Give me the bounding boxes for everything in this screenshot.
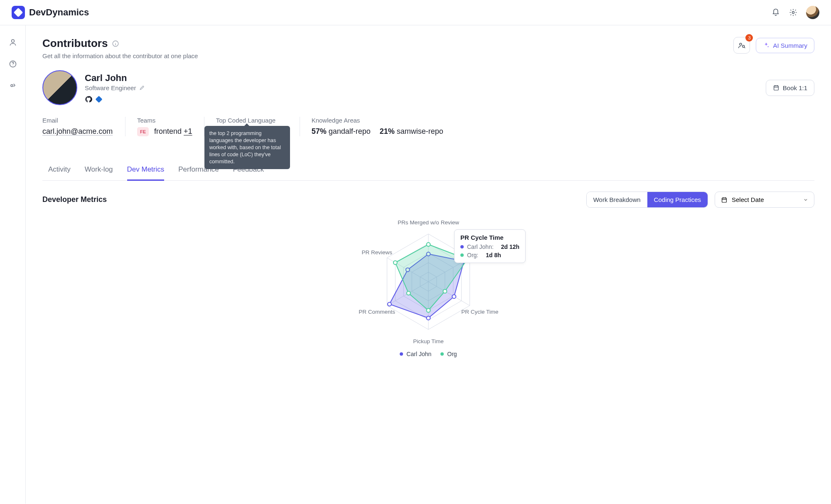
edit-icon[interactable]	[139, 85, 145, 91]
svg-point-22	[427, 243, 430, 246]
team-chip: FE	[137, 127, 149, 136]
page-title: Contributors	[42, 37, 108, 50]
svg-point-6	[740, 43, 742, 45]
svg-point-1	[11, 39, 14, 42]
seg-work-breakdown[interactable]: Work Breakdown	[587, 192, 647, 207]
svg-point-4	[11, 85, 13, 87]
svg-point-20	[388, 302, 391, 306]
topbar-actions	[771, 6, 819, 19]
book-button-label: Book 1:1	[783, 84, 807, 91]
email-value[interactable]: carl.john@acme.com	[42, 127, 113, 136]
people-finder-button[interactable]: 3	[733, 37, 750, 54]
legend-dot-1	[440, 352, 444, 356]
brand-logo-icon	[12, 6, 25, 19]
ai-summary-label: AI Summary	[773, 42, 807, 49]
chart-legend: Carl John Org	[42, 351, 814, 357]
tooltip-row1-value: 1d 8h	[486, 252, 501, 258]
page-subtitle: Get all the information about the contri…	[42, 52, 198, 59]
github-icon[interactable]	[85, 96, 92, 103]
email-label: Email	[42, 117, 113, 124]
help-icon[interactable]	[8, 59, 17, 69]
legend-label-0: Carl John	[406, 351, 431, 357]
person-photo	[42, 70, 77, 105]
tooltip-title: PR Cycle Time	[460, 234, 519, 241]
settings-nav-icon[interactable]	[8, 81, 17, 90]
svg-rect-9	[722, 198, 727, 202]
teams-label: Teams	[137, 117, 192, 124]
svg-point-25	[427, 309, 430, 312]
seg-coding-practices[interactable]: Coding Practices	[647, 192, 708, 207]
knowledge-areas-label: Knowledge Areas	[312, 117, 443, 124]
tab-dev-metrics[interactable]: Dev Metrics	[127, 160, 165, 181]
svg-rect-8	[774, 86, 778, 90]
axis-label-0: PRs Merged w/o Review	[398, 219, 459, 226]
ka1-name: gandalf-repo	[329, 127, 371, 135]
ai-summary-button[interactable]: AI Summary	[756, 38, 814, 53]
svg-point-26	[407, 291, 411, 295]
book-button[interactable]: Book 1:1	[766, 80, 814, 96]
view-segment: Work Breakdown Coding Practices	[586, 192, 708, 208]
topbar: DevDynamics	[0, 0, 831, 25]
tab-activity[interactable]: Activity	[48, 160, 71, 180]
brand-name: DevDynamics	[29, 7, 89, 18]
svg-point-19	[427, 316, 430, 320]
avatar[interactable]	[806, 6, 819, 19]
date-label: Select Date	[732, 196, 764, 203]
axis-label-5: PR Reviews	[361, 249, 392, 255]
chevron-down-icon	[803, 197, 808, 202]
main-content: Contributors Get all the information abo…	[26, 25, 831, 504]
svg-point-24	[443, 290, 447, 293]
person-role: Software Engineer	[85, 84, 136, 91]
axis-label-3: Pickup Time	[413, 338, 444, 344]
lang-tooltip: the top 2 programming languages the deve…	[204, 126, 290, 169]
brand[interactable]: DevDynamics	[12, 6, 89, 19]
legend-dot-0	[400, 352, 403, 356]
tooltip-row1-label: Org:	[467, 252, 478, 258]
tab-work-log[interactable]: Work-log	[85, 160, 113, 180]
tooltip-row0-value: 2d 12h	[501, 243, 519, 250]
gear-icon[interactable]	[789, 8, 798, 17]
tabs: Activity Work-log Dev Metrics Performanc…	[42, 160, 814, 181]
axis-label-2: PR Cycle Time	[461, 308, 498, 315]
ka1-pct: 57%	[312, 127, 327, 135]
radar-chart: PRs Merged w/o Review Average PR Size PR…	[42, 215, 814, 348]
svg-point-3	[12, 66, 13, 66]
svg-point-18	[452, 295, 456, 298]
date-select[interactable]: Select Date	[715, 192, 814, 208]
jira-icon[interactable]	[96, 96, 103, 103]
info-icon[interactable]	[112, 40, 119, 47]
section-title: Developer Metrics	[42, 195, 107, 204]
tooltip-row0-label: Carl John:	[467, 243, 494, 250]
legend-label-1: Org	[447, 351, 457, 357]
dot-icon	[460, 245, 464, 248]
svg-point-27	[393, 261, 397, 265]
user-icon[interactable]	[8, 38, 17, 47]
axis-label-4: PR Comments	[359, 308, 395, 315]
ka2-name: samwise-repo	[397, 127, 443, 135]
chart-tooltip: PR Cycle Time Carl John: 2d 12h Org: 1d …	[454, 229, 526, 263]
left-nav	[0, 25, 26, 504]
lang-label: Top Coded Language	[216, 117, 288, 124]
team-name: frontend	[154, 127, 182, 135]
ka2-pct: 21%	[380, 127, 395, 135]
notification-badge: 3	[745, 34, 753, 42]
svg-point-7	[742, 45, 745, 47]
person-name: Carl John	[85, 73, 145, 84]
bell-icon[interactable]	[771, 8, 780, 17]
team-more[interactable]: +1	[184, 127, 192, 135]
svg-point-0	[792, 12, 794, 14]
dot-icon	[460, 253, 464, 257]
